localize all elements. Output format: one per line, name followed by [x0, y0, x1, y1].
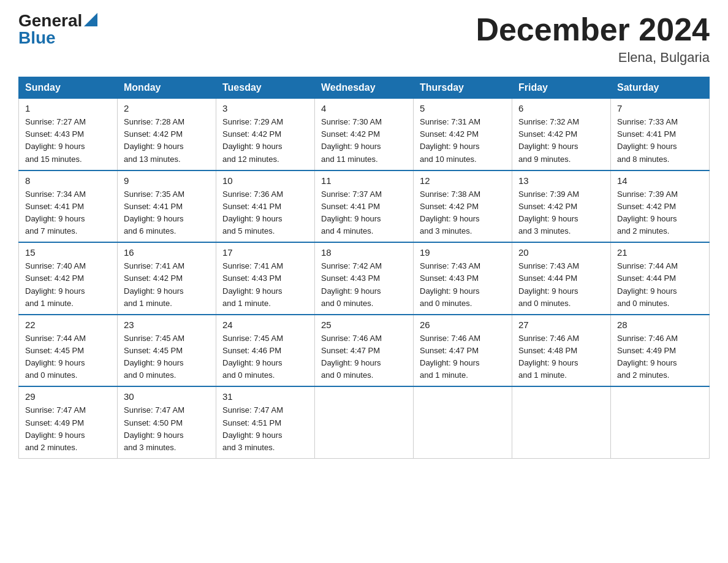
day-info: Sunrise: 7:42 AM Sunset: 4:43 PM Dayligh…	[321, 260, 407, 310]
logo-blue-text: Blue	[18, 28, 56, 47]
col-tuesday: Tuesday	[216, 77, 315, 99]
day-number: 19	[420, 247, 506, 258]
day-number: 20	[518, 247, 604, 258]
calendar-cell: 5 Sunrise: 7:31 AM Sunset: 4:42 PM Dayli…	[414, 99, 512, 170]
location: Elena, Bulgaria	[476, 50, 710, 66]
day-number: 25	[321, 320, 407, 330]
calendar-cell: 15 Sunrise: 7:40 AM Sunset: 4:42 PM Dayl…	[19, 242, 118, 315]
svg-marker-0	[84, 13, 97, 26]
day-number: 18	[321, 247, 407, 258]
day-info: Sunrise: 7:37 AM Sunset: 4:41 PM Dayligh…	[321, 188, 407, 238]
day-number: 28	[617, 320, 703, 330]
calendar-cell: 20 Sunrise: 7:43 AM Sunset: 4:44 PM Dayl…	[512, 242, 611, 315]
col-thursday: Thursday	[414, 77, 512, 99]
day-number: 30	[124, 391, 210, 402]
day-info: Sunrise: 7:45 AM Sunset: 4:45 PM Dayligh…	[124, 332, 210, 382]
page-header: General Blue December 2024 Elena, Bulgar…	[18, 12, 710, 66]
day-number: 3	[222, 103, 308, 113]
day-info: Sunrise: 7:27 AM Sunset: 4:43 PM Dayligh…	[25, 116, 111, 166]
calendar-cell	[315, 386, 414, 458]
calendar-cell: 2 Sunrise: 7:28 AM Sunset: 4:42 PM Dayli…	[118, 99, 216, 170]
calendar-header-row: Sunday Monday Tuesday Wednesday Thursday…	[19, 77, 710, 99]
calendar-cell: 3 Sunrise: 7:29 AM Sunset: 4:42 PM Dayli…	[216, 99, 315, 170]
col-monday: Monday	[118, 77, 216, 99]
day-number: 24	[222, 320, 308, 330]
day-info: Sunrise: 7:38 AM Sunset: 4:42 PM Dayligh…	[420, 188, 506, 238]
calendar-cell: 27 Sunrise: 7:46 AM Sunset: 4:48 PM Dayl…	[512, 315, 611, 387]
calendar-week-1: 1 Sunrise: 7:27 AM Sunset: 4:43 PM Dayli…	[19, 99, 710, 170]
day-number: 31	[222, 391, 308, 402]
calendar-cell	[512, 386, 611, 458]
calendar-week-2: 8 Sunrise: 7:34 AM Sunset: 4:41 PM Dayli…	[19, 170, 710, 243]
day-info: Sunrise: 7:32 AM Sunset: 4:42 PM Dayligh…	[518, 116, 604, 166]
day-info: Sunrise: 7:47 AM Sunset: 4:50 PM Dayligh…	[124, 404, 210, 454]
month-title: December 2024	[476, 12, 710, 47]
day-number: 26	[420, 320, 506, 330]
col-wednesday: Wednesday	[315, 77, 414, 99]
day-info: Sunrise: 7:43 AM Sunset: 4:43 PM Dayligh…	[420, 260, 506, 310]
calendar-cell: 9 Sunrise: 7:35 AM Sunset: 4:41 PM Dayli…	[118, 170, 216, 243]
calendar-cell: 16 Sunrise: 7:41 AM Sunset: 4:42 PM Dayl…	[118, 242, 216, 315]
day-number: 4	[321, 103, 407, 113]
logo-general-text: General	[18, 12, 82, 29]
day-info: Sunrise: 7:44 AM Sunset: 4:44 PM Dayligh…	[617, 260, 703, 310]
day-number: 12	[420, 175, 506, 186]
calendar-cell: 4 Sunrise: 7:30 AM Sunset: 4:42 PM Dayli…	[315, 99, 414, 170]
day-number: 29	[25, 391, 111, 402]
title-block: December 2024 Elena, Bulgaria	[476, 12, 710, 66]
col-sunday: Sunday	[19, 77, 118, 99]
day-info: Sunrise: 7:44 AM Sunset: 4:45 PM Dayligh…	[25, 332, 111, 382]
calendar-week-5: 29 Sunrise: 7:47 AM Sunset: 4:49 PM Dayl…	[19, 386, 710, 458]
day-number: 7	[617, 103, 703, 113]
day-info: Sunrise: 7:46 AM Sunset: 4:47 PM Dayligh…	[420, 332, 506, 382]
day-info: Sunrise: 7:47 AM Sunset: 4:49 PM Dayligh…	[25, 404, 111, 454]
day-info: Sunrise: 7:46 AM Sunset: 4:48 PM Dayligh…	[518, 332, 604, 382]
calendar-cell: 8 Sunrise: 7:34 AM Sunset: 4:41 PM Dayli…	[19, 170, 118, 243]
day-number: 17	[222, 247, 308, 258]
calendar-cell: 29 Sunrise: 7:47 AM Sunset: 4:49 PM Dayl…	[19, 386, 118, 458]
day-number: 6	[518, 103, 604, 113]
day-number: 9	[124, 175, 210, 186]
day-info: Sunrise: 7:41 AM Sunset: 4:42 PM Dayligh…	[124, 260, 210, 310]
day-number: 16	[124, 247, 210, 258]
day-number: 11	[321, 175, 407, 186]
calendar-cell: 13 Sunrise: 7:39 AM Sunset: 4:42 PM Dayl…	[512, 170, 611, 243]
calendar-cell: 6 Sunrise: 7:32 AM Sunset: 4:42 PM Dayli…	[512, 99, 611, 170]
calendar-cell: 1 Sunrise: 7:27 AM Sunset: 4:43 PM Dayli…	[19, 99, 118, 170]
day-number: 14	[617, 175, 703, 186]
calendar-cell: 30 Sunrise: 7:47 AM Sunset: 4:50 PM Dayl…	[118, 386, 216, 458]
day-info: Sunrise: 7:39 AM Sunset: 4:42 PM Dayligh…	[617, 188, 703, 238]
day-number: 22	[25, 320, 111, 330]
day-number: 21	[617, 247, 703, 258]
calendar-cell	[611, 386, 710, 458]
calendar-cell: 26 Sunrise: 7:46 AM Sunset: 4:47 PM Dayl…	[414, 315, 512, 387]
day-info: Sunrise: 7:41 AM Sunset: 4:43 PM Dayligh…	[222, 260, 308, 310]
day-number: 2	[124, 103, 210, 113]
calendar-cell: 18 Sunrise: 7:42 AM Sunset: 4:43 PM Dayl…	[315, 242, 414, 315]
calendar-week-4: 22 Sunrise: 7:44 AM Sunset: 4:45 PM Dayl…	[19, 315, 710, 387]
day-info: Sunrise: 7:46 AM Sunset: 4:47 PM Dayligh…	[321, 332, 407, 382]
calendar-cell: 25 Sunrise: 7:46 AM Sunset: 4:47 PM Dayl…	[315, 315, 414, 387]
day-info: Sunrise: 7:40 AM Sunset: 4:42 PM Dayligh…	[25, 260, 111, 310]
day-number: 5	[420, 103, 506, 113]
day-info: Sunrise: 7:36 AM Sunset: 4:41 PM Dayligh…	[222, 188, 308, 238]
calendar-cell: 21 Sunrise: 7:44 AM Sunset: 4:44 PM Dayl…	[611, 242, 710, 315]
day-info: Sunrise: 7:31 AM Sunset: 4:42 PM Dayligh…	[420, 116, 506, 166]
calendar-cell: 7 Sunrise: 7:33 AM Sunset: 4:41 PM Dayli…	[611, 99, 710, 170]
day-info: Sunrise: 7:35 AM Sunset: 4:41 PM Dayligh…	[124, 188, 210, 238]
calendar-cell: 14 Sunrise: 7:39 AM Sunset: 4:42 PM Dayl…	[611, 170, 710, 243]
day-number: 15	[25, 247, 111, 258]
day-number: 10	[222, 175, 308, 186]
day-info: Sunrise: 7:43 AM Sunset: 4:44 PM Dayligh…	[518, 260, 604, 310]
col-friday: Friday	[512, 77, 611, 99]
calendar-cell: 10 Sunrise: 7:36 AM Sunset: 4:41 PM Dayl…	[216, 170, 315, 243]
day-info: Sunrise: 7:46 AM Sunset: 4:49 PM Dayligh…	[617, 332, 703, 382]
calendar-cell: 23 Sunrise: 7:45 AM Sunset: 4:45 PM Dayl…	[118, 315, 216, 387]
calendar-cell: 22 Sunrise: 7:44 AM Sunset: 4:45 PM Dayl…	[19, 315, 118, 387]
day-info: Sunrise: 7:45 AM Sunset: 4:46 PM Dayligh…	[222, 332, 308, 382]
day-info: Sunrise: 7:29 AM Sunset: 4:42 PM Dayligh…	[222, 116, 308, 166]
day-number: 8	[25, 175, 111, 186]
calendar-cell: 17 Sunrise: 7:41 AM Sunset: 4:43 PM Dayl…	[216, 242, 315, 315]
calendar-week-3: 15 Sunrise: 7:40 AM Sunset: 4:42 PM Dayl…	[19, 242, 710, 315]
calendar-cell: 31 Sunrise: 7:47 AM Sunset: 4:51 PM Dayl…	[216, 386, 315, 458]
